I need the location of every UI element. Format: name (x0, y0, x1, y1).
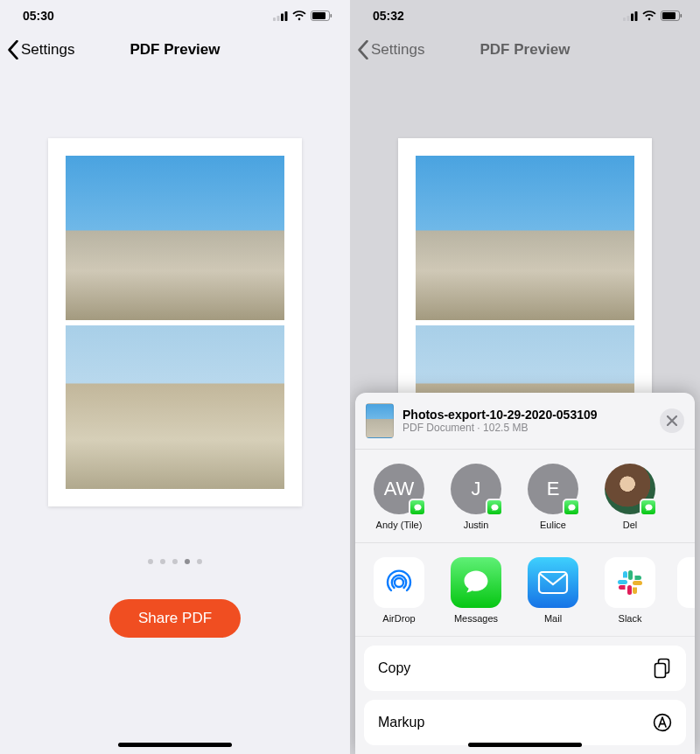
wifi-icon (292, 10, 306, 21)
share-app-mail[interactable]: Mail (523, 557, 583, 624)
messages-badge-icon (486, 499, 503, 516)
app-label: Slack (619, 613, 642, 624)
share-app-more[interactable] (677, 557, 695, 624)
share-contacts-row[interactable]: AW Andy (Tile) J Justin E Eulice (355, 450, 695, 543)
page-dot[interactable] (172, 559, 178, 564)
contact-label: Eulice (540, 520, 566, 530)
svg-rect-15 (539, 572, 567, 593)
close-button[interactable] (660, 408, 684, 433)
share-apps-row[interactable]: AirDrop Messages Mail (355, 543, 695, 637)
action-label: Markup (378, 715, 424, 730)
share-contact[interactable]: E Eulice (523, 464, 583, 530)
cellular-icon (273, 11, 288, 21)
status-bar: 05:30 (0, 0, 350, 31)
page-dot[interactable] (185, 559, 190, 564)
home-indicator[interactable] (468, 743, 582, 747)
chevron-left-icon (357, 40, 369, 59)
share-app-slack[interactable]: Slack (600, 557, 660, 624)
svg-rect-25 (633, 588, 637, 592)
svg-rect-1 (277, 16, 280, 21)
markup-icon (653, 713, 672, 732)
file-name: Photos-export-10-29-2020-053109 (402, 408, 651, 422)
svg-rect-23 (635, 576, 640, 580)
contact-label: Andy (Tile) (376, 520, 423, 530)
battery-icon (661, 10, 682, 21)
file-meta: PDF Document · 102.5 MB (402, 422, 651, 434)
airdrop-icon (374, 557, 424, 608)
svg-rect-29 (655, 664, 666, 678)
action-label: Copy (378, 660, 410, 676)
svg-rect-12 (662, 12, 676, 19)
svg-rect-5 (312, 12, 326, 19)
close-icon (667, 415, 677, 426)
copy-icon (653, 658, 672, 679)
share-contact[interactable]: Del (600, 464, 660, 530)
pdf-page-preview[interactable] (48, 138, 302, 506)
mail-icon (528, 557, 578, 608)
share-app-airdrop[interactable]: AirDrop (369, 557, 429, 624)
svg-rect-27 (621, 585, 626, 590)
svg-rect-9 (631, 13, 634, 21)
svg-rect-6 (331, 14, 332, 17)
back-button[interactable]: Settings (357, 40, 424, 59)
page-dot[interactable] (148, 559, 153, 564)
status-time: 05:30 (23, 9, 54, 23)
svg-rect-21 (623, 574, 627, 578)
phone-right: 05:32 Settings PDF Preview Photos-export… (350, 0, 700, 754)
chevron-left-icon (7, 40, 19, 59)
app-icon-peek (677, 557, 695, 608)
messages-badge-icon (563, 499, 580, 516)
share-actions: Copy Markup (355, 637, 695, 745)
share-contact[interactable]: AW Andy (Tile) (369, 464, 429, 530)
status-indicators (273, 10, 332, 21)
svg-rect-0 (273, 17, 276, 21)
app-label: AirDrop (382, 613, 415, 624)
share-sheet: Photos-export-10-29-2020-053109 PDF Docu… (355, 393, 695, 754)
svg-rect-7 (623, 17, 626, 21)
messages-badge-icon (409, 499, 426, 516)
back-button[interactable]: Settings (7, 40, 74, 59)
svg-rect-3 (285, 11, 288, 21)
share-pdf-label: Share PDF (138, 610, 212, 627)
battery-icon (311, 10, 332, 21)
svg-rect-2 (281, 13, 284, 21)
back-label: Settings (371, 41, 424, 59)
wifi-icon (642, 10, 656, 21)
messages-icon (451, 557, 501, 608)
avatar: AW (374, 464, 424, 514)
nav-bar: Settings PDF Preview (350, 31, 700, 68)
app-label: Messages (454, 613, 498, 624)
avatar (605, 464, 655, 514)
home-indicator[interactable] (118, 743, 232, 747)
avatar: E (528, 464, 578, 514)
file-thumbnail (366, 403, 394, 438)
svg-rect-13 (681, 14, 682, 17)
status-indicators (623, 10, 682, 21)
phone-left: 05:30 Settings PDF Preview Share PDF (0, 0, 350, 754)
page-dot[interactable] (197, 559, 202, 564)
preview-photo (66, 325, 284, 490)
back-label: Settings (21, 41, 74, 59)
app-label: Mail (544, 613, 562, 624)
action-copy[interactable]: Copy (364, 646, 686, 691)
action-markup[interactable]: Markup (364, 700, 686, 745)
svg-rect-8 (627, 16, 630, 21)
status-time: 05:32 (373, 9, 404, 23)
messages-badge-icon (640, 499, 657, 516)
cellular-icon (623, 11, 638, 21)
svg-rect-19 (618, 580, 627, 584)
svg-rect-16 (628, 570, 633, 580)
content: Share PDF (0, 68, 350, 754)
share-pdf-button[interactable]: Share PDF (109, 599, 241, 638)
page-dot[interactable] (160, 559, 165, 564)
status-bar: 05:32 (350, 0, 700, 31)
share-app-messages[interactable]: Messages (446, 557, 506, 624)
svg-rect-10 (635, 11, 638, 21)
file-info: Photos-export-10-29-2020-053109 PDF Docu… (402, 408, 651, 434)
preview-photo (416, 156, 634, 320)
preview-photo (66, 156, 284, 320)
contact-label: Justin (464, 520, 489, 530)
share-contact[interactable]: J Justin (446, 464, 506, 530)
page-indicator[interactable] (0, 559, 350, 564)
avatar: J (451, 464, 501, 514)
